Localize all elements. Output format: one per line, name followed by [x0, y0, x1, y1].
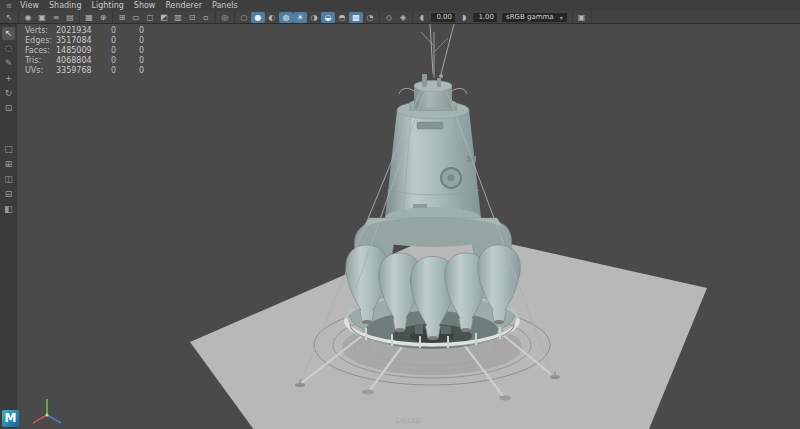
- xray-icon[interactable]: ◈: [396, 12, 410, 23]
- hud-label: Verts:: [25, 26, 56, 36]
- toolbar-group-shading: ○ ● ◐ ◍ ☀ ◑ ◒ ◓ ▩ ◔: [235, 11, 380, 23]
- toolbar-group-frame: ◎: [216, 11, 235, 23]
- menu-view[interactable]: View: [15, 0, 44, 11]
- body-vent: [417, 122, 443, 129]
- camera-lock-icon[interactable]: ▣: [35, 12, 49, 23]
- hud-col: 0: [139, 46, 167, 56]
- viewport-scene: [17, 24, 800, 429]
- chevron-down-icon: ▾: [560, 13, 563, 22]
- wireframe-icon[interactable]: ○: [237, 12, 251, 23]
- resolution-gate-icon[interactable]: ◻: [143, 12, 157, 23]
- exposure-field[interactable]: 0.00: [431, 13, 455, 22]
- hud-row-faces: Faces: 1485009 0 0: [25, 46, 167, 56]
- snapshot-icon[interactable]: ▣: [575, 12, 589, 23]
- hud-col: 0: [111, 36, 139, 46]
- antenna: [421, 32, 448, 78]
- mid-flange: [360, 217, 506, 247]
- gamma-field[interactable]: 1.00: [473, 13, 497, 22]
- hud-value: 3517084: [56, 36, 111, 46]
- hud-label: Edges:: [25, 36, 56, 46]
- motion-blur-icon[interactable]: ◓: [335, 12, 349, 23]
- hud-value: 2021934: [56, 26, 111, 36]
- hud-col: 0: [111, 56, 139, 66]
- toolbar-group-gates: ⊞ ▭ ◻ ◩ ▥ ⊡ ▫: [113, 11, 216, 23]
- default-material-icon[interactable]: ◐: [265, 12, 279, 23]
- scale-tool-icon[interactable]: ⊡: [2, 102, 15, 115]
- pan-zoom-icon[interactable]: ⊕: [96, 12, 110, 23]
- maya-window: ≡ View Shading Lighting Show Renderer Pa…: [0, 0, 800, 429]
- toolbar-group-camera: ◉ ▣ ≡ ▤: [19, 11, 80, 23]
- single-pane-layout-icon[interactable]: □: [2, 143, 15, 156]
- hud-value: 4068804: [56, 56, 111, 66]
- film-gate-icon[interactable]: ▭: [129, 12, 143, 23]
- hud-row-tris: Tris: 4068804 0 0: [25, 56, 167, 66]
- split-vertical-layout-icon[interactable]: ⊟: [2, 188, 15, 201]
- safe-title-icon[interactable]: ▫: [199, 12, 213, 23]
- select-tool-icon[interactable]: ↖: [2, 27, 15, 40]
- split-horizontal-layout-icon[interactable]: ◫: [2, 173, 15, 186]
- hud-col: 0: [139, 26, 167, 36]
- toolbar-group-isolate: ◇ ◈: [380, 11, 413, 23]
- dof-icon[interactable]: ◔: [363, 12, 377, 23]
- menu-renderer[interactable]: Renderer: [160, 0, 207, 11]
- menu-lighting[interactable]: Lighting: [86, 0, 128, 11]
- panel-menu-bar: ≡ View Shading Lighting Show Renderer Pa…: [0, 0, 800, 11]
- hud-col: 0: [139, 66, 167, 76]
- hud-row-uvs: UVs: 3359768 0 0: [25, 66, 167, 76]
- multisample-icon[interactable]: ▩: [349, 12, 363, 23]
- gate-mask-icon[interactable]: ◩: [157, 12, 171, 23]
- toolbar-group-color: ◖ 0.00 ◗ 1.00 sRGB gamma ▾: [413, 11, 573, 23]
- frame-all-icon[interactable]: ◎: [218, 12, 232, 23]
- hud-value: 3359768: [56, 66, 111, 76]
- menu-panels[interactable]: Panels: [207, 0, 243, 11]
- panel-toolbar: ↖ ◉ ▣ ≡ ▤ ▦ ⊕ ⊞ ▭ ◻ ◩ ▥ ⊡ ▫ ◎ ○ ● ◐ ◍: [0, 11, 800, 24]
- safe-action-icon[interactable]: ⊡: [185, 12, 199, 23]
- camera-attributes-icon[interactable]: ≡: [49, 12, 63, 23]
- poly-count-hud: Verts: 2021934 0 0 Edges: 3517084 0 0 Fa…: [25, 26, 167, 76]
- translate-tool-icon[interactable]: +: [2, 72, 15, 85]
- rocket-engine-model[interactable]: [346, 32, 521, 349]
- select-cursor-icon[interactable]: ↖: [2, 12, 16, 23]
- hud-col: 0: [139, 56, 167, 66]
- isolate-select-icon[interactable]: ◇: [382, 12, 396, 23]
- exposure-icon[interactable]: ◖: [415, 12, 429, 23]
- camera-select-icon[interactable]: ◉: [21, 12, 35, 23]
- outliner-layout-icon[interactable]: ◧: [2, 203, 15, 216]
- four-pane-layout-icon[interactable]: ⊞: [2, 158, 15, 171]
- hud-row-edges: Edges: 3517084 0 0: [25, 36, 167, 46]
- maya-logo: M: [2, 410, 19, 427]
- hud-label: UVs:: [25, 66, 56, 76]
- occlusion-icon[interactable]: ◒: [321, 12, 335, 23]
- hud-label: Tris:: [25, 56, 56, 66]
- paint-select-tool-icon[interactable]: ✎: [2, 57, 15, 70]
- field-chart-icon[interactable]: ▥: [171, 12, 185, 23]
- toolbar-group-image: ▦ ⊕: [80, 11, 113, 23]
- menu-show[interactable]: Show: [129, 0, 161, 11]
- hud-col: 0: [111, 46, 139, 56]
- camera-label: persp: [396, 415, 421, 425]
- gamma-mode-label: sRGB gamma: [506, 13, 554, 22]
- toolbar-group-snapshot: ▣: [573, 11, 592, 23]
- panel-menu-icon[interactable]: ≡: [3, 2, 15, 10]
- textured-icon[interactable]: ◍: [279, 12, 293, 23]
- shadows-icon[interactable]: ◑: [307, 12, 321, 23]
- perspective-viewport[interactable]: Verts: 2021934 0 0 Edges: 3517084 0 0 Fa…: [17, 24, 800, 429]
- grid-icon[interactable]: ⊞: [115, 12, 129, 23]
- hud-col: 0: [139, 36, 167, 46]
- smooth-shade-icon[interactable]: ●: [251, 12, 265, 23]
- gamma-mode-dropdown[interactable]: sRGB gamma ▾: [502, 13, 567, 22]
- hud-col: 0: [111, 66, 139, 76]
- rotate-tool-icon[interactable]: ↻: [2, 87, 15, 100]
- hud-row-verts: Verts: 2021934 0 0: [25, 26, 167, 36]
- bookmarks-icon[interactable]: ▤: [63, 12, 77, 23]
- image-plane-icon[interactable]: ▦: [82, 12, 96, 23]
- use-all-lights-icon[interactable]: ☀: [293, 12, 307, 23]
- menu-shading[interactable]: Shading: [44, 0, 87, 11]
- hud-value: 1485009: [56, 46, 111, 56]
- gamma-icon[interactable]: ◗: [457, 12, 471, 23]
- view-axis-gizmo[interactable]: [23, 393, 67, 427]
- lasso-tool-icon[interactable]: ◌: [2, 42, 15, 55]
- tool-box: ↖ ◌ ✎ + ↻ ⊡ □ ⊞ ◫ ⊟ ◧: [0, 24, 17, 429]
- hud-label: Faces:: [25, 46, 56, 56]
- toolbar-group-select: ↖: [0, 11, 19, 23]
